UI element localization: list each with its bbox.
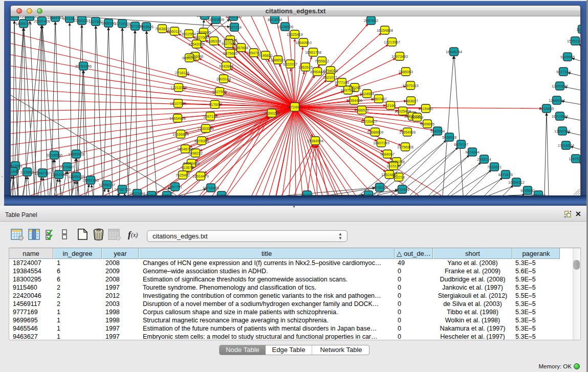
svg-text:10807487: 10807487: [371, 97, 387, 101]
svg-text:9046837: 9046837: [11, 16, 21, 19]
svg-text:15751074: 15751074: [567, 39, 580, 43]
svg-text:8186328: 8186328: [207, 39, 221, 43]
svg-text:9857751: 9857751: [168, 185, 182, 189]
svg-text:16154808: 16154808: [377, 28, 393, 33]
svg-text:254502: 254502: [145, 193, 158, 195]
svg-text:9890262: 9890262: [182, 56, 197, 60]
svg-text:16648784: 16648784: [446, 50, 462, 54]
svg-text:8427552: 8427552: [212, 90, 227, 94]
svg-text:19756928: 19756928: [397, 145, 413, 149]
svg-text:19166829: 19166829: [172, 132, 189, 137]
svg-text:19238506: 19238506: [277, 25, 293, 29]
svg-text:861504: 861504: [301, 193, 313, 195]
svg-text:7357224: 7357224: [227, 25, 242, 30]
svg-text:12093872: 12093872: [552, 84, 568, 89]
svg-text:994653: 994653: [215, 193, 228, 195]
svg-text:16961758: 16961758: [305, 50, 321, 55]
svg-text:16210643: 16210643: [552, 114, 568, 119]
svg-text:9777169: 9777169: [335, 80, 349, 85]
svg-text:8912954: 8912954: [182, 32, 196, 36]
svg-text:2718126: 2718126: [175, 71, 189, 75]
svg-text:15720407: 15720407: [361, 119, 377, 124]
svg-text:9699695: 9699695: [420, 122, 434, 126]
svg-text:12213967: 12213967: [384, 40, 400, 45]
svg-text:6322037: 6322037: [283, 62, 297, 67]
svg-text:5875685: 5875685: [223, 51, 237, 56]
svg-text:7955812: 7955812: [315, 59, 329, 63]
svg-text:16543382: 16543382: [188, 42, 205, 47]
svg-text:18807249: 18807249: [373, 141, 389, 145]
svg-text:9975887: 9975887: [60, 165, 74, 169]
svg-text:19644745: 19644745: [47, 16, 63, 20]
svg-text:9329965: 9329965: [560, 55, 575, 59]
svg-text:13692971: 13692971: [554, 129, 571, 134]
svg-text:391549: 391549: [11, 169, 19, 174]
svg-text:1913501: 1913501: [11, 164, 23, 168]
svg-text:9245652: 9245652: [520, 188, 535, 193]
svg-text:16914479: 16914479: [192, 174, 209, 179]
svg-text:12460365: 12460365: [225, 16, 242, 19]
svg-text:10025438: 10025438: [395, 109, 411, 114]
svg-text:8878354: 8878354: [194, 139, 209, 143]
svg-text:917006: 917006: [209, 102, 221, 107]
svg-text:17957253: 17957253: [82, 178, 99, 183]
svg-text:1167533: 1167533: [569, 157, 580, 161]
svg-text:10958107: 10958107: [99, 183, 115, 187]
svg-text:16640910: 16640910: [295, 40, 312, 45]
svg-text:5938928: 5938928: [442, 135, 456, 140]
svg-text:12444194: 12444194: [549, 98, 565, 103]
svg-text:12353594: 12353594: [198, 126, 214, 131]
svg-text:18724007: 18724007: [287, 105, 303, 110]
svg-text:1615132: 1615132: [386, 164, 401, 168]
svg-text:16033809: 16033809: [208, 17, 224, 22]
svg-text:12975115: 12975115: [402, 83, 418, 88]
svg-text:10688609: 10688609: [367, 130, 383, 135]
svg-text:7485063: 7485063: [399, 70, 413, 74]
svg-text:9084067: 9084067: [380, 152, 395, 157]
svg-text:6794028: 6794028: [323, 69, 338, 73]
svg-text:6966160: 6966160: [101, 21, 116, 26]
svg-text:1115689: 1115689: [20, 170, 34, 174]
svg-text:20206536: 20206536: [46, 153, 62, 158]
svg-text:3267130: 3267130: [203, 114, 217, 119]
svg-text:17016504: 17016504: [558, 143, 574, 148]
svg-text:2867608: 2867608: [234, 46, 248, 50]
svg-text:62160: 62160: [385, 103, 396, 108]
svg-text:19384554: 19384554: [307, 139, 323, 143]
svg-text:6879197: 6879197: [454, 142, 468, 147]
svg-text:9463627: 9463627: [404, 99, 418, 103]
svg-text:9893104: 9893104: [531, 193, 546, 195]
svg-text:16782759: 16782759: [114, 187, 130, 192]
svg-text:831504: 831504: [161, 193, 173, 195]
svg-text:8471676: 8471676: [498, 172, 513, 177]
svg-text:9660124: 9660124: [167, 29, 182, 34]
svg-text:7986572: 7986572: [355, 108, 369, 113]
svg-text:7632621: 7632621: [487, 165, 502, 169]
svg-text:14055714: 14055714: [15, 21, 32, 26]
svg-text:10653267: 10653267: [74, 18, 90, 23]
svg-text:6497568: 6497568: [341, 88, 355, 93]
svg-text:9227342: 9227342: [556, 70, 571, 74]
svg-text:8215955: 8215955: [539, 106, 554, 111]
svg-text:1640954: 1640954: [430, 129, 445, 134]
svg-text:8990448: 8990448: [310, 70, 324, 74]
svg-text:10654112: 10654112: [508, 180, 524, 185]
svg-text:252214: 252214: [393, 175, 405, 180]
svg-text:1362615: 1362615: [298, 65, 313, 70]
svg-text:25300205: 25300205: [264, 111, 280, 116]
svg-text:9146821: 9146821: [258, 53, 273, 58]
svg-text:16107554: 16107554: [170, 101, 186, 106]
svg-text:2803144: 2803144: [216, 77, 231, 81]
svg-text:7515526: 7515526: [139, 25, 154, 29]
svg-text:10973493: 10973493: [391, 54, 408, 59]
svg-text:9474444: 9474444: [465, 150, 480, 155]
svg-text:12942757: 12942757: [34, 171, 51, 176]
svg-text:1527602: 1527602: [89, 19, 103, 24]
svg-text:2087652: 2087652: [364, 18, 378, 23]
svg-text:9115460: 9115460: [419, 106, 432, 111]
svg-text:8813054: 8813054: [268, 17, 282, 22]
svg-text:9615662: 9615662: [361, 193, 376, 195]
svg-text:9242848: 9242848: [219, 64, 233, 69]
svg-text:913672: 913672: [181, 165, 193, 170]
svg-text:20364436: 20364436: [346, 98, 362, 103]
